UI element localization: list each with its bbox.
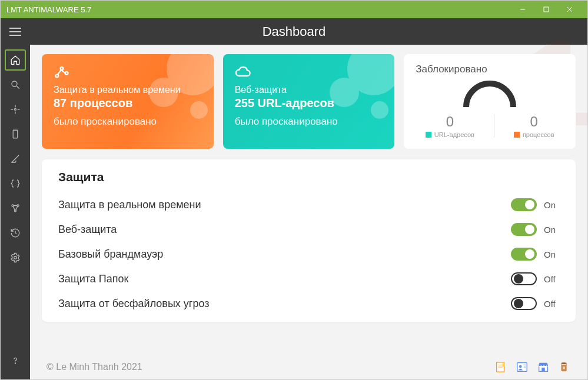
footer: © Le Minh Thanh 2021 [42, 358, 576, 374]
contacts-icon[interactable] [516, 361, 529, 374]
main-content: 1 Защита в реальном времени 87 процессов… [30, 45, 587, 379]
store-icon[interactable] [537, 361, 550, 374]
page-title: Dashboard [30, 24, 558, 39]
sidebar-item-target[interactable] [5, 99, 26, 120]
toggle-state: On [544, 200, 559, 210]
crosshair-icon [10, 104, 21, 115]
sidebar-item-clean[interactable] [5, 148, 26, 169]
help-icon [10, 355, 21, 366]
toggle-state: On [544, 249, 559, 259]
blocked-procs-count: 0 [514, 114, 554, 130]
svg-point-14 [15, 210, 16, 212]
maximize-button[interactable] [534, 1, 558, 18]
svg-point-4 [12, 81, 17, 86]
protection-row-web: Веб-защита On [58, 217, 559, 242]
protection-row-fileless: Защита от бесфайловых угроз Off [58, 291, 559, 316]
card-realtime-sub: было просканировано [54, 116, 202, 128]
gear-icon [10, 252, 21, 263]
svg-point-29 [562, 362, 567, 364]
svg-point-17 [56, 75, 59, 78]
svg-line-5 [16, 86, 19, 89]
blocked-procs: 0 процессов [514, 114, 554, 138]
blocked-urls: 0 URL-адресов [426, 114, 474, 138]
window-title: LMT ANTIMALWARE 5.7 [6, 5, 511, 14]
titlebar: LMT ANTIMALWARE 5.7 [1, 1, 587, 18]
sidebar-item-scan[interactable] [5, 74, 26, 95]
hamburger-icon [9, 28, 21, 36]
toggle-state: Off [544, 274, 559, 284]
card-web[interactable]: Веб-защита 255 URL-адресов было проскани… [223, 54, 395, 149]
swatch-teal [426, 132, 431, 138]
device-icon [10, 129, 21, 139]
sidebar-item-code[interactable] [5, 173, 26, 194]
svg-point-24 [519, 365, 522, 368]
sidebar-item-help[interactable] [5, 350, 26, 371]
svg-point-19 [65, 72, 68, 75]
braces-icon [10, 178, 21, 189]
svg-rect-11 [13, 130, 18, 138]
svg-point-15 [14, 256, 17, 259]
toggle-firewall[interactable] [511, 248, 537, 261]
network-icon [10, 203, 21, 214]
sidebar-item-dashboard[interactable] [5, 49, 26, 71]
minimize-button[interactable] [511, 1, 534, 18]
home-icon [10, 55, 21, 65]
protection-label: Защита от бесфайловых угроз [58, 298, 210, 310]
sidebar [1, 45, 30, 379]
protection-label: Защита в реальном времени [58, 199, 201, 211]
card-web-sub: было просканировано [235, 116, 383, 128]
protection-row-firewall: Базовый брандмауэр On [58, 242, 559, 266]
divider [494, 114, 494, 138]
protection-label: Защита Папок [58, 273, 128, 285]
svg-rect-28 [542, 368, 545, 371]
protection-row-realtime: Защита в реальном времени On [58, 192, 559, 217]
svg-point-16 [15, 363, 15, 364]
sidebar-item-history[interactable] [5, 222, 26, 244]
card-realtime[interactable]: Защита в реальном времени 87 процессов б… [42, 54, 214, 149]
topbar: Dashboard [1, 18, 587, 45]
toggle-fileless[interactable] [511, 297, 537, 310]
card-blocked[interactable]: Заблокировано 0 URL-адресов 0 процессов [404, 54, 576, 149]
menu-button[interactable] [1, 18, 30, 45]
blocked-urls-count: 0 [426, 114, 474, 130]
protection-label: Веб-защита [58, 224, 117, 236]
toggle-state: On [544, 225, 559, 235]
toggle-web[interactable] [511, 223, 537, 236]
card-blocked-title: Заблокировано [416, 64, 564, 75]
sidebar-item-device[interactable] [5, 124, 26, 145]
svg-point-13 [17, 205, 19, 206]
close-button[interactable] [558, 1, 582, 18]
sidebar-item-settings[interactable] [5, 247, 26, 268]
search-icon [10, 79, 21, 90]
sidebar-item-network[interactable] [5, 198, 26, 219]
history-icon [10, 228, 21, 238]
protection-label: Базовый брандмауэр [58, 248, 163, 261]
broom-icon [10, 154, 21, 164]
svg-rect-1 [544, 7, 549, 12]
protection-heading: Защита [58, 170, 559, 184]
copyright: © Le Minh Thanh 2021 [46, 362, 142, 372]
toggle-state: Off [544, 299, 559, 309]
svg-rect-30 [563, 366, 565, 369]
coffee-icon[interactable] [558, 361, 571, 374]
svg-point-12 [12, 205, 14, 206]
svg-point-6 [15, 109, 16, 111]
protection-panel: Защита Защита в реальном времени On Веб-… [42, 159, 576, 322]
swatch-orange [514, 132, 520, 138]
toggle-folders[interactable] [511, 272, 537, 285]
toggle-realtime[interactable] [511, 198, 537, 211]
protection-row-folders: Защита Папок Off [58, 266, 559, 291]
gauge-icon [457, 78, 522, 110]
notes-icon[interactable] [494, 361, 507, 374]
